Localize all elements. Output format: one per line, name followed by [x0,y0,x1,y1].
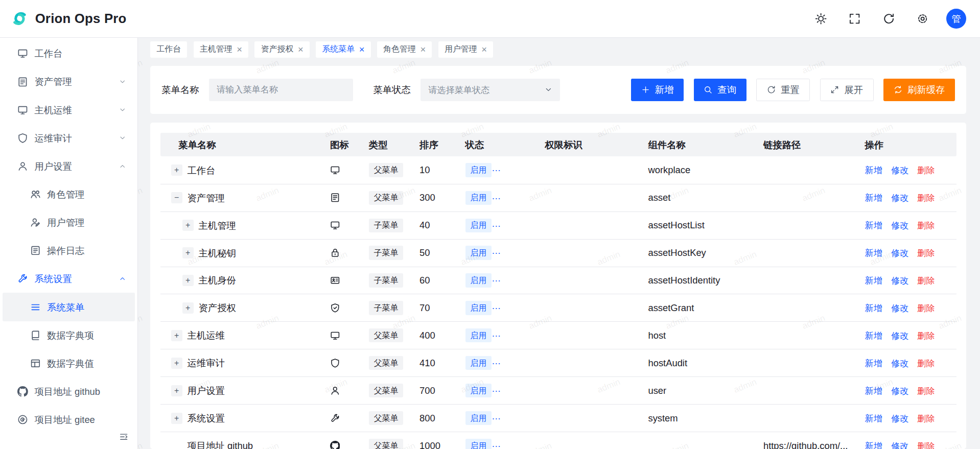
row-add-link[interactable]: 新增 [865,440,882,449]
sidebar-subitem[interactable]: 数据字典项 [3,321,135,349]
close-icon[interactable]: × [359,45,365,54]
tab-item[interactable]: 主机管理 × [194,41,249,58]
sidebar-subitem[interactable]: 数据字典值 [3,349,135,377]
theme-toggle-button[interactable] [811,9,831,29]
menu-order: 410 [419,358,435,368]
row-add-link[interactable]: 新增 [865,247,882,259]
row-edit-link[interactable]: 修改 [891,219,908,231]
sidebar-subitem[interactable]: 用户管理 [3,208,135,237]
row-add-link[interactable]: 新增 [865,164,882,176]
settings-button[interactable] [913,9,932,29]
row-add-link[interactable]: 新增 [865,385,882,397]
app-logo[interactable]: Orion Ops Pro [10,9,127,28]
close-icon[interactable]: × [298,45,304,54]
row-delete-link[interactable]: 删除 [917,219,935,231]
row-delete-link[interactable]: 删除 [917,385,935,397]
row-edit-link[interactable]: 修改 [891,274,908,287]
row-add-link[interactable]: 新增 [865,329,882,342]
sidebar-item[interactable]: 工作台 [3,39,135,67]
menu-component: user [648,385,666,396]
sidebar-item[interactable]: 系统设置 [3,265,135,293]
button-label: 展开 [844,83,863,96]
close-icon[interactable]: × [237,45,242,54]
tab-bar: 工作台 主机管理 × 资产授权 × 系统菜单 × 角色管理 × 用户管理 × [150,41,966,58]
expand-row-button[interactable]: + [171,330,182,341]
row-add-link[interactable]: 新增 [865,357,882,369]
menu-name-input[interactable] [209,79,353,101]
reset-button[interactable]: 重置 [756,79,810,101]
row-add-link[interactable]: 新增 [865,274,882,287]
row-edit-link[interactable]: 修改 [891,302,908,314]
sidebar-item[interactable]: 资产管理 [3,67,135,96]
tab-item[interactable]: 系统菜单 × [316,41,371,58]
expand-row-button[interactable]: + [171,358,182,369]
row-edit-link[interactable]: 修改 [891,329,908,342]
refresh-cache-button[interactable]: 刷新缓存 [883,79,955,101]
expand-row-button[interactable]: + [182,247,194,258]
sidebar-subitem-label: 数据字典值 [47,357,94,370]
expand-row-button[interactable]: + [182,302,194,314]
chevron-down-icon [119,78,126,85]
expand-row-button[interactable]: + [182,275,194,286]
row-edit-link[interactable]: 修改 [891,247,908,259]
status-visible-tag: 显示 [503,219,529,232]
sidebar-item-label: 主机运维 [34,104,72,116]
sidebar-item[interactable]: 项目地址 github [3,377,135,406]
row-delete-link[interactable]: 删除 [917,192,935,204]
row-delete-link[interactable]: 删除 [917,164,935,176]
header-actions: 管 [811,9,970,29]
row-delete-link[interactable]: 删除 [917,412,935,424]
sidebar-subitem[interactable]: 操作日志 [3,237,135,265]
gitee-icon [17,414,28,425]
sidebar-subitem[interactable]: 角色管理 [3,180,135,208]
row-edit-link[interactable]: 修改 [891,192,908,204]
expand-row-button[interactable]: + [171,413,182,424]
sidebar-item[interactable]: 用户设置 [3,152,135,180]
row-delete-link[interactable]: 删除 [917,302,935,314]
menu-table: 菜单名称图标类型排序状态权限标识组件名称链接路径操作 + 工作台 父菜单 10 … [160,133,956,449]
row-delete-link[interactable]: 删除 [917,247,935,259]
close-icon[interactable]: × [420,45,426,54]
sidebar-item-label: 项目地址 github [34,385,100,398]
row-edit-link[interactable]: 修改 [891,164,908,176]
expand-all-button[interactable]: 展开 [820,79,874,101]
expand-row-button[interactable]: + [171,385,182,396]
row-delete-link[interactable]: 删除 [917,357,935,369]
table-row: + 主机身份 子菜单 60 启用显示 assetHostIdentity 新增 … [160,267,956,294]
row-edit-link[interactable]: 修改 [891,440,908,449]
close-icon[interactable]: × [481,45,487,54]
row-add-link[interactable]: 新增 [865,219,882,231]
fullscreen-button[interactable] [845,9,865,29]
query-button[interactable]: 查询 [694,79,746,101]
sidebar-subitem[interactable]: 系统菜单 [3,293,135,321]
row-add-link[interactable]: 新增 [865,192,882,204]
expand-row-button[interactable]: + [171,164,182,176]
collapse-row-button[interactable]: − [171,192,182,203]
add-button[interactable]: 新增 [631,79,684,101]
tab-item[interactable]: 用户管理 × [438,41,494,58]
log-icon [30,245,41,256]
tab-item[interactable]: 角色管理 × [377,41,432,58]
tab-item[interactable]: 工作台 [150,41,187,58]
row-delete-link[interactable]: 删除 [917,274,935,287]
chevron-up-icon [119,275,126,282]
row-delete-link[interactable]: 删除 [917,440,935,449]
sidebar-collapse-button[interactable] [119,432,128,441]
expand-row-button[interactable]: + [182,220,194,231]
row-edit-link[interactable]: 修改 [891,357,908,369]
menu-order: 70 [419,302,430,313]
sidebar-item[interactable]: 运维审计 [3,124,135,152]
menu-name: 项目地址 github [187,439,253,449]
row-add-link[interactable]: 新增 [865,302,882,314]
row-edit-link[interactable]: 修改 [891,412,908,424]
user-avatar[interactable]: 管 [946,9,966,29]
menu-name: 主机运维 [187,329,225,342]
row-delete-link[interactable]: 删除 [917,329,935,342]
row-edit-link[interactable]: 修改 [891,385,908,397]
menu-status-select[interactable]: 请选择菜单状态 [421,79,559,101]
refresh-button[interactable] [879,9,899,29]
sidebar-item[interactable]: 项目地址 gitee [3,406,135,434]
sidebar-item[interactable]: 主机运维 [3,96,135,124]
tab-item[interactable]: 资产授权 × [254,41,310,58]
row-add-link[interactable]: 新增 [865,412,882,424]
